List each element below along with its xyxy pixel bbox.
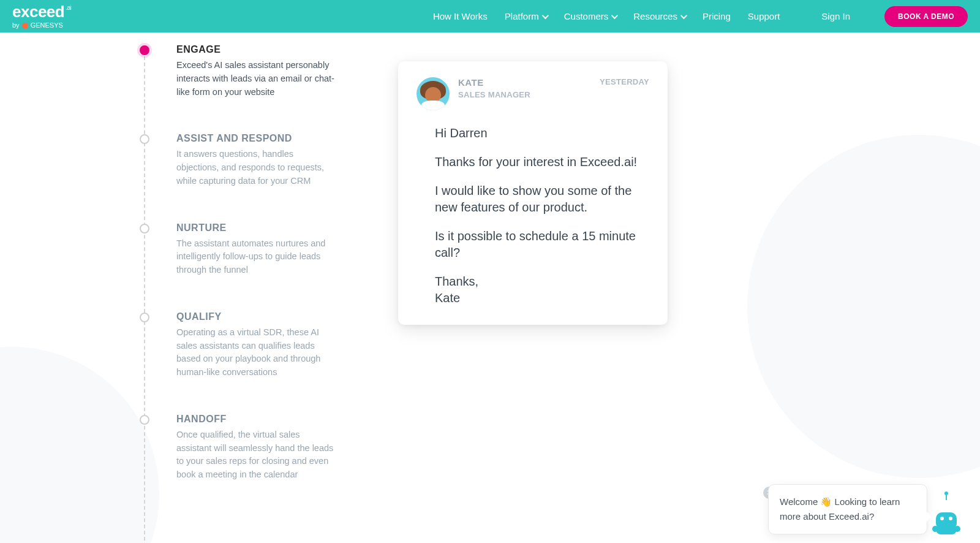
email-line: I would like to show you some of the new… <box>435 183 649 216</box>
sender-name: KATE <box>458 77 591 88</box>
main-nav: How It Works Platform Customers Resource… <box>433 6 968 27</box>
bg-shape-right <box>747 135 980 478</box>
sender-avatar <box>417 77 450 110</box>
timeline-title: ASSIST AND RESPOND <box>176 133 336 144</box>
timeline-title: ENGAGE <box>176 44 336 55</box>
timeline-desc: Once qualified, the virtual sales assist… <box>176 428 336 482</box>
chat-widget: ✕ Welcome 👋 Looking to learn more about … <box>752 484 962 534</box>
logo-main: exceed.ai <box>12 4 70 20</box>
nav-customers[interactable]: Customers <box>564 11 617 21</box>
book-demo-button[interactable]: BOOK A DEMO <box>884 6 968 27</box>
bot-antenna-icon <box>946 495 947 500</box>
timeline-desc: Exceed's AI sales assistant personably i… <box>176 59 336 99</box>
timeline-title: NURTURE <box>176 222 336 234</box>
email-body: Hi Darren Thanks for your interest in Ex… <box>417 125 649 306</box>
bg-shape-left <box>0 347 159 543</box>
email-timestamp: YESTERDAY <box>600 77 649 86</box>
nav-platform[interactable]: Platform <box>505 11 547 21</box>
chat-message-text: Welcome 👋 Looking to learn more about Ex… <box>780 496 900 522</box>
timeline-item-engage[interactable]: ENGAGE Exceed's AI sales assistant perso… <box>140 44 336 99</box>
timeline-dot-icon <box>140 224 149 234</box>
timeline-desc: The assistant automates nurtures and int… <box>176 237 336 277</box>
nav-pricing[interactable]: Pricing <box>703 11 731 21</box>
timeline-dot-icon <box>140 134 149 144</box>
nav-resources[interactable]: Resources <box>633 11 685 21</box>
timeline-item-handoff[interactable]: HANDOFF Once qualified, the virtual sale… <box>140 414 336 482</box>
chevron-down-icon <box>680 12 687 18</box>
sender-role: SALES MANAGER <box>458 90 591 99</box>
nav-support[interactable]: Support <box>748 11 780 21</box>
card-header: KATE SALES MANAGER YESTERDAY <box>417 77 649 110</box>
email-preview-card: KATE SALES MANAGER YESTERDAY Hi Darren T… <box>398 61 668 325</box>
logo-sub: by GENESYS <box>12 22 70 29</box>
chat-launcher[interactable] <box>931 506 962 534</box>
site-header: exceed.ai by GENESYS How It Works Platfo… <box>0 0 980 32</box>
timeline-item-nurture[interactable]: NURTURE The assistant automates nurtures… <box>140 222 336 277</box>
chat-message-bubble[interactable]: Welcome 👋 Looking to learn more about Ex… <box>768 484 927 534</box>
sign-in-link[interactable]: Sign In <box>821 11 850 21</box>
email-line: Thanks for your interest in Exceed.ai! <box>435 154 649 170</box>
chevron-down-icon <box>541 12 548 18</box>
genesys-dot-icon <box>22 23 28 29</box>
timeline-dot-icon <box>140 313 149 322</box>
timeline-item-assist[interactable]: ASSIST AND RESPOND It answers questions,… <box>140 133 336 188</box>
timeline-item-qualify[interactable]: QUALIFY Operating as a virtual SDR, thes… <box>140 311 336 379</box>
nav-how-it-works[interactable]: How It Works <box>433 11 488 21</box>
logo[interactable]: exceed.ai by GENESYS <box>12 4 70 29</box>
timeline-title: HANDOFF <box>176 414 336 425</box>
bot-body-icon <box>936 525 957 534</box>
email-signoff: Thanks, Kate <box>435 273 649 306</box>
timeline-title: QUALIFY <box>176 311 336 322</box>
email-line: Is it possible to schedule a 15 minute c… <box>435 228 649 261</box>
timeline-desc: Operating as a virtual SDR, these AI sal… <box>176 326 336 379</box>
timeline-dot-icon <box>140 415 149 425</box>
timeline-desc: It answers questions, handles objections… <box>176 148 336 188</box>
email-line: Hi Darren <box>435 125 649 142</box>
process-timeline: ENGAGE Exceed's AI sales assistant perso… <box>140 44 336 516</box>
timeline-dot-icon <box>140 45 149 55</box>
chevron-down-icon <box>611 12 618 18</box>
